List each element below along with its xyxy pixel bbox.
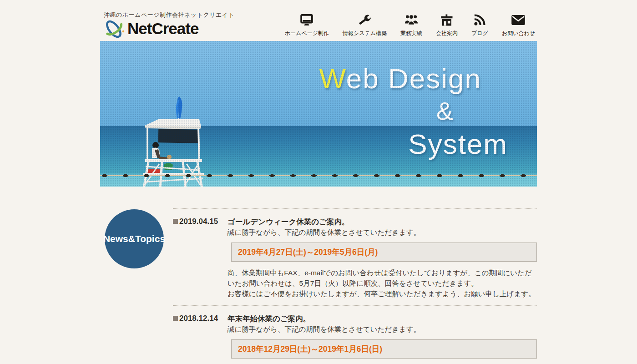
closure-period-box: 2018年12月29日(土)～2019年1月6日(日) xyxy=(231,339,537,359)
square-bullet-icon xyxy=(173,219,178,224)
news-title: ゴールデンウィーク休業のご案内。 xyxy=(228,216,537,227)
news-date: 2018.12.14 xyxy=(173,313,228,364)
news-note: お客様にはご不便をお掛けいたしますが、何卒ご理解いただきますよう、お願い申し上げ… xyxy=(228,288,537,299)
news-badge-column: News&Topics xyxy=(100,208,173,364)
nav-label: 業務実績 xyxy=(400,30,422,37)
hero-line2: & xyxy=(436,98,454,124)
news-item: 2019.04.15 ゴールデンウィーク休業のご案内。 誠に勝手ながら、下記の期… xyxy=(173,208,537,305)
hero-title: Web Design & System xyxy=(100,41,537,187)
rss-icon xyxy=(473,14,486,26)
netcreate-logo-icon xyxy=(102,18,126,39)
nav-item-systems[interactable]: 情報システム構築 xyxy=(343,14,387,37)
shop-icon xyxy=(440,14,454,26)
main-nav: ホームページ制作 情報システム構築 業務実績 xyxy=(285,14,535,37)
news-date-text: 2019.04.15 xyxy=(179,217,218,226)
nav-item-works[interactable]: 業務実績 xyxy=(400,14,422,37)
news-topics-badge: News&Topics xyxy=(105,209,164,268)
hero-line3: System xyxy=(408,130,508,158)
mail-icon xyxy=(511,14,526,26)
nav-item-blog[interactable]: ブログ xyxy=(471,14,488,37)
news-item: 2018.12.14 年末年始休業のご案内。 誠に勝手ながら、下記の期間を休業と… xyxy=(173,305,537,364)
brand-logo[interactable]: NetCreate xyxy=(102,18,198,39)
nav-label: お問い合わせ xyxy=(502,30,535,37)
nav-item-contact[interactable]: お問い合わせ xyxy=(502,14,535,37)
hero-line1-highlight: W xyxy=(319,63,346,94)
wrench-icon xyxy=(359,14,371,26)
brand-name: NetCreate xyxy=(127,18,198,39)
hero-line1-rest: eb Design xyxy=(346,63,481,94)
page: 沖縄のホームページ制作会社ネットクリエイト NetCreate xyxy=(100,0,537,364)
nav-item-homepage[interactable]: ホームページ制作 xyxy=(285,14,329,37)
nav-label: 情報システム構築 xyxy=(343,30,387,37)
site-header: 沖縄のホームページ制作会社ネットクリエイト NetCreate xyxy=(100,0,537,41)
news-lead: 誠に勝手ながら、下記の期間を休業とさせていただきます。 xyxy=(228,324,537,335)
news-content: 年末年始休業のご案内。 誠に勝手ながら、下記の期間を休業とさせていただきます。 … xyxy=(228,313,537,364)
nav-label: ブログ xyxy=(471,30,488,37)
news-content: ゴールデンウィーク休業のご案内。 誠に勝手ながら、下記の期間を休業とさせていただ… xyxy=(228,216,537,299)
news-title: 年末年始休業のご案内。 xyxy=(228,313,537,324)
news-lead: 誠に勝手ながら、下記の期間を休業とさせていただきます。 xyxy=(228,227,537,238)
news-items: 2019.04.15 ゴールデンウィーク休業のご案内。 誠に勝手ながら、下記の期… xyxy=(173,208,537,364)
nav-label: 会社案内 xyxy=(436,30,458,37)
nav-item-company[interactable]: 会社案内 xyxy=(436,14,458,37)
news-date: 2019.04.15 xyxy=(173,216,228,299)
square-bullet-icon xyxy=(173,316,178,321)
closure-period-box: 2019年4月27日(土)～2019年5月6日(月) xyxy=(231,243,537,262)
hero-line1: Web Design xyxy=(319,65,481,93)
nav-label: ホームページ制作 xyxy=(285,30,329,37)
monitor-icon xyxy=(300,14,313,26)
news-note: 尚、休業期間中もFAX、e-mailでのお問い合わせは受付いたしておりますが、こ… xyxy=(228,268,537,288)
users-icon xyxy=(404,14,419,26)
news-date-text: 2018.12.14 xyxy=(179,314,218,323)
news-section: News&Topics 2019.04.15 ゴールデンウィーク休業のご案内。 … xyxy=(100,208,537,364)
hero-banner: Web Design & System xyxy=(100,41,537,187)
